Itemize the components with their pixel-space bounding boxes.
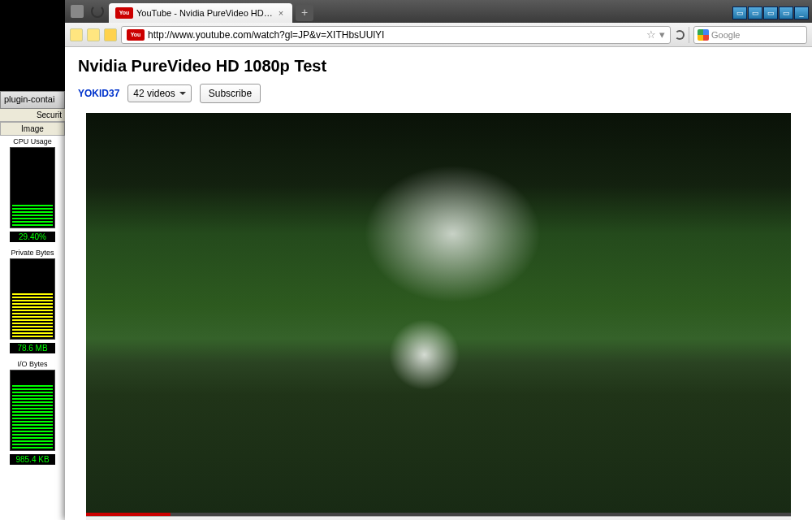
subscribe-button[interactable]: Subscribe [200,84,261,103]
youtube-favicon-icon: You [115,7,133,19]
window-btn-4[interactable]: ▭ [779,6,793,20]
search-placeholder: Google [711,30,740,40]
meter-label: CPU Usage [0,136,65,147]
video-count-dropdown[interactable]: 42 videos [127,84,191,102]
browser-tab[interactable]: You YouTube - Nvidia PureVideo HD… × [109,3,292,23]
url-text: http://www.youtube.com/watch?gl=JP&v=XIT… [148,29,643,41]
tab-close-icon[interactable]: × [276,8,286,18]
youtube-icon: You [127,29,145,41]
player-controls: 0:32 / 4:22 720p ⛶ [86,516,791,520]
browser-window: You YouTube - Nvidia PureVideo HD… × + ▭… [65,0,812,520]
meter-label: Private Bytes [0,247,65,258]
chevron-down-icon [179,92,186,98]
url-input[interactable]: You http://www.youtube.com/watch?gl=JP&v… [121,26,671,44]
new-tab-button[interactable]: + [296,5,313,21]
window-btn-1[interactable]: ▭ [732,6,747,20]
folder-icon[interactable] [104,28,117,41]
meter-value: 78.6 MB [10,343,55,353]
taskbar-app-item[interactable]: plugin-contai [0,91,65,109]
meter-value: 29.40% [10,232,55,242]
video-frame [86,113,791,516]
process-explorer-panel: Securit Image CPU Usage 29.40%Private By… [0,109,65,520]
tab-bar: You YouTube - Nvidia PureVideo HD… × + ▭… [65,0,812,23]
video-player[interactable]: 0:32 / 4:22 720p ⛶ [86,113,791,520]
meter-value: 985.4 KB [10,454,55,465]
meter-graph [10,147,55,228]
bookmark-icon-1[interactable] [70,28,83,41]
reload-icon[interactable] [91,5,104,18]
meter-label: I/O Bytes [0,358,65,370]
window-btn-3[interactable]: ▭ [763,6,778,20]
firefox-icon[interactable] [71,5,84,18]
dropdown-caret-icon[interactable]: ▾ [659,28,665,41]
meter-graph [10,370,55,451]
reload-button-icon[interactable] [675,30,685,40]
url-bar: You http://www.youtube.com/watch?gl=JP&v… [65,23,812,47]
window-btn-2[interactable]: ▭ [748,6,762,20]
bookmark-icon-2[interactable] [87,28,100,41]
search-input[interactable]: Google [693,26,807,44]
video-title: Nvidia PureVideo HD 1080p Test [78,57,799,76]
bookmark-star-icon[interactable]: ☆ [646,28,656,41]
procexp-column-header[interactable]: Image [0,122,65,136]
meter-graph [10,258,55,340]
window-minimize[interactable]: _ [794,6,809,20]
video-count-text: 42 videos [133,88,175,99]
divider [689,27,689,43]
procexp-header: Securit [0,109,65,122]
google-icon [698,29,709,41]
tab-title: YouTube - Nvidia PureVideo HD… [136,8,273,18]
page-content: Nvidia PureVideo HD 1080p Test YOKID37 4… [65,47,812,520]
channel-link[interactable]: YOKID37 [78,88,119,99]
